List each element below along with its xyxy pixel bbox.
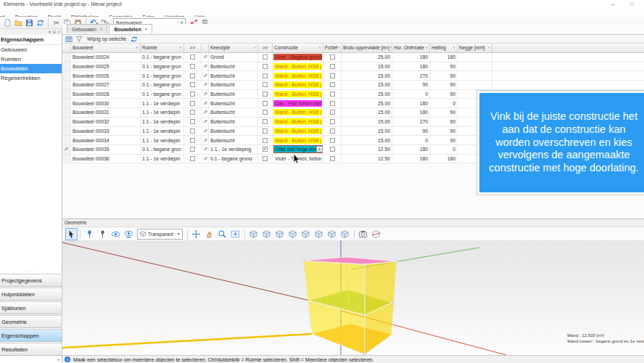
pencil-icon[interactable]: ✎ [203,62,207,70]
snapshot-icon[interactable] [357,228,369,240]
cell-edit-pencil[interactable]: ✎ [202,127,209,136]
cell-bruto-oppervlakte[interactable]: 15.00 [342,118,392,126]
view-cube-icon-3[interactable] [273,228,286,240]
cell-ruimte[interactable]: 1.1 - 1e verdiepin [141,99,184,107]
cell-keerzijde-checkbox[interactable] [258,108,273,117]
row-header[interactable] [62,136,71,144]
cell-ruimte-checkbox[interactable] [184,62,202,71]
row-header[interactable] [62,81,71,89]
column-header-Bruto oppervlakte [m²][interactable]: Bruto oppervlakte [m²]▼ [342,44,392,52]
cell-constructie[interactable]: Wand - Buiten, HSB ( [273,136,323,144]
table-row[interactable]: Bouwdeel 000270.1 - begane gron✎Buitenlu… [62,81,644,90]
checkbox[interactable] [190,138,195,143]
cell-bruto-oppervlakte[interactable]: 25.00 [342,99,392,107]
cell-constructie[interactable]: Wand - Buiten, HSB ( [273,108,323,117]
cell-ruimte-checkbox[interactable] [184,90,202,99]
cell-helling[interactable]: 180 [430,155,458,163]
cell-constructie[interactable]: Dak - Plat, beton met [273,99,323,107]
minimize-button[interactable]: – [606,0,619,9]
cell-keerzijde[interactable]: 1.1 - 1e verdieping [209,145,258,154]
new-document-icon[interactable] [3,18,12,28]
cell-fictief[interactable] [323,108,342,117]
cell-hor-orientatie[interactable]: 270 [392,118,430,126]
checkbox[interactable] [330,119,335,124]
cell-hor-orientatie[interactable]: 180 [392,155,430,163]
close-icon[interactable]: × [58,30,60,34]
cell-negge[interactable] [458,71,492,80]
nav-button-projectgegevens[interactable]: Projectgegevens [0,274,62,287]
cell-constructie[interactable]: Wand - Buiten, HSB ( [273,118,323,126]
cell-edit-pencil[interactable]: ✎ [202,71,209,80]
checkbox[interactable] [263,101,268,106]
cell-ruimte[interactable]: 0.1 - begane gron [141,145,184,154]
sync-icon[interactable] [36,18,45,28]
cell-edit-pencil[interactable]: ✎ [202,108,209,117]
cell-constructie[interactable]: Wand - Buiten, HSB ( [273,81,323,89]
view-cube-icon-7[interactable] [326,228,338,240]
cell-keerzijde-checkbox[interactable] [258,90,273,99]
cell-keerzijde-checkbox[interactable] [258,155,273,163]
pencil-icon[interactable]: ✎ [203,99,207,107]
cell-ruimte[interactable]: 1.1 - 1e verdiepin [141,118,184,126]
cell-helling[interactable]: 90 [430,71,458,80]
cell-keerzijde-checkbox[interactable] [258,136,273,144]
checkbox[interactable] [263,54,268,60]
cell-constructie[interactable]: Vloer - Begane grond [273,53,323,62]
overflow-chevrons[interactable]: » [57,357,59,362]
cell-hor-orientatie[interactable]: 270 [392,71,430,80]
column-header->>[interactable]: >> [258,44,273,52]
checkbox[interactable] [190,110,195,115]
nav-button-sjablonen[interactable]: Sjablonen [0,301,62,314]
checkbox[interactable] [190,91,195,97]
checkbox[interactable] [190,64,195,69]
cell-helling[interactable]: 90 [430,118,458,126]
checkbox[interactable] [263,138,268,143]
cell-bruto-oppervlakte[interactable]: 15.00 [342,90,392,99]
cell-keerzijde-checkbox[interactable] [258,81,273,89]
cell-ruimte[interactable]: 1.1 - 1e verdiepin [141,136,184,144]
cut-icon[interactable]: ✂ [51,18,61,28]
cell-ruimte-checkbox[interactable] [184,127,202,136]
cell-constructie[interactable]: Vloer - Tussen, beton [273,155,323,163]
display-mode-combo[interactable]: Transparant▼ [137,229,183,240]
row-header[interactable] [62,118,71,126]
checkbox[interactable] [330,138,335,143]
cell-keerzijde-checkbox[interactable] [258,53,273,62]
cell-edit-pencil[interactable]: ✎ [202,145,209,154]
cell-negge[interactable] [458,81,492,89]
cell-keerzijde[interactable]: Buitenlucht [209,99,258,107]
checkbox[interactable] [190,147,195,152]
cell-constructie[interactable]: Wand - Buiten, HSB ( [273,127,323,136]
cell-ruimte[interactable]: 0.1 - begane gron [141,81,184,89]
cell-fictief[interactable] [323,71,342,80]
nav-button-geometrie[interactable]: Geometrie [0,315,62,328]
checkbox[interactable] [330,64,335,69]
checkbox[interactable] [263,129,268,134]
cell-ruimte[interactable]: 0.1 - begane gron [141,62,184,71]
checkbox[interactable] [190,73,195,78]
cell-hor-orientatie[interactable]: 180 [392,108,430,117]
cell-bruto-oppervlakte[interactable]: 25.00 [342,53,392,62]
maximize-button[interactable]: □ [625,0,638,9]
cell-keerzijde[interactable]: Buitenlucht [209,118,258,126]
checkbox[interactable] [190,54,195,60]
cell-keerzijde[interactable]: Buitenlucht [209,90,258,99]
column-header-blank[interactable] [202,44,209,52]
cell-bruto-oppervlakte[interactable]: 15.00 [342,127,392,136]
cell-edit-pencil[interactable]: ✎ [202,155,209,163]
row-editing-indicator[interactable]: ✎ [62,145,71,154]
cell-bruto-oppervlakte[interactable]: 15.00 [342,62,392,71]
pin-icon[interactable]: ⵡ [53,30,56,34]
checkbox[interactable] [263,91,268,97]
cell-keerzijde-checkbox[interactable]: ✓ [258,145,273,154]
cell-constructie[interactable]: Glas met hoge doo▼ [273,145,323,154]
cell-bruto-oppervlakte[interactable]: 15.00 [342,136,392,144]
column-header-Negge [mm][interactable]: Negge [mm]▼ [458,44,492,52]
cell-hor-orientatie[interactable]: 180 [392,53,430,62]
row-header[interactable] [62,53,71,62]
pencil-icon[interactable]: ✎ [203,145,207,153]
checkbox[interactable] [330,73,335,78]
table-row[interactable]: Bouwdeel 000240.1 - begane gron✎GrondVlo… [62,53,644,62]
view-cube-icon-4[interactable] [286,228,299,240]
wijzig-op-selectie-button[interactable]: Wijzig op selectie [87,36,126,41]
